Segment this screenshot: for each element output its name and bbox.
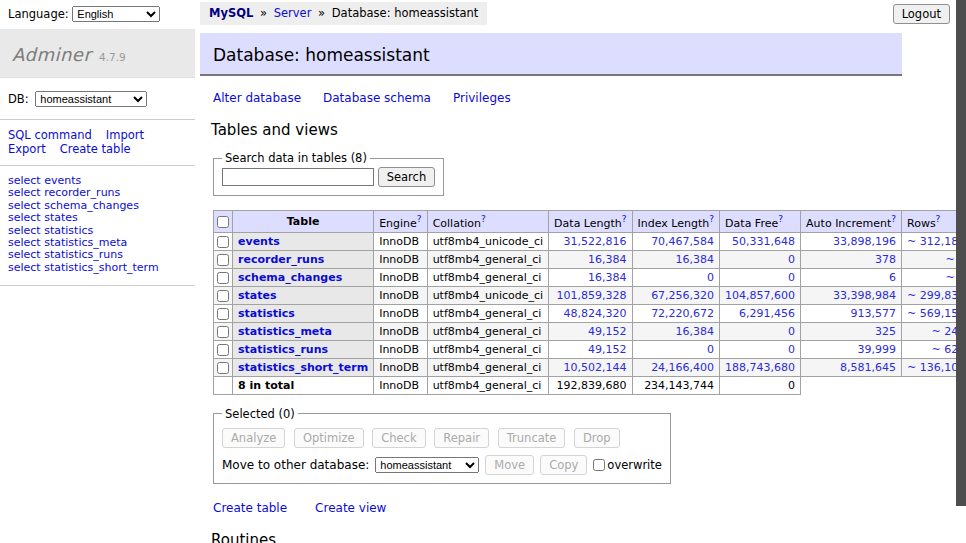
- breadcrumb: MySQL » Server » Database: homeassistant: [200, 2, 487, 25]
- index-length-link[interactable]: 16,384: [676, 253, 715, 266]
- row-checkbox-states[interactable]: [217, 290, 229, 302]
- help-link-data-length[interactable]: ?: [622, 214, 627, 224]
- analyze-button[interactable]: Analyze: [222, 428, 285, 448]
- auto-increment-link[interactable]: 33,398,984: [833, 289, 896, 302]
- help-link-data-free[interactable]: ?: [778, 214, 783, 224]
- column-header-engine: Engine?: [374, 211, 427, 233]
- engine-cell: InnoDB: [374, 304, 427, 322]
- data-free-link[interactable]: 6,291,456: [739, 307, 795, 320]
- auto-increment-link[interactable]: 325: [875, 325, 896, 338]
- database-schema-link[interactable]: Database schema: [323, 91, 431, 105]
- overwrite-checkbox[interactable]: [593, 459, 605, 471]
- logout-button[interactable]: Logout: [893, 4, 950, 24]
- select-all-checkbox[interactable]: [217, 216, 229, 228]
- export-link[interactable]: Export: [8, 142, 46, 156]
- database-links: Alter databaseDatabase schemaPrivileges: [213, 91, 902, 105]
- row-checkbox-statistics-short-term[interactable]: [217, 362, 229, 374]
- data-length-link[interactable]: 49,152: [588, 343, 627, 356]
- copy-button[interactable]: Copy: [540, 455, 587, 475]
- auto-increment-link[interactable]: 8,581,645: [840, 361, 896, 374]
- row-checkbox-statistics-meta[interactable]: [217, 326, 229, 338]
- table-row-statistics-meta: statistics_meta InnoDB utf8mb4_general_c…: [214, 322, 966, 340]
- create-links: Create tableCreate view: [213, 501, 902, 515]
- table-link-events[interactable]: events: [238, 235, 280, 248]
- auto-increment-link[interactable]: 39,999: [858, 343, 897, 356]
- table-link-statistics-runs[interactable]: statistics_runs: [238, 343, 328, 356]
- sidebar-item-select-states[interactable]: select states: [8, 212, 187, 224]
- privileges-link[interactable]: Privileges: [453, 91, 511, 105]
- data-free-link[interactable]: 50,331,648: [732, 235, 795, 248]
- data-free-link[interactable]: 104,857,600: [725, 289, 795, 302]
- row-checkbox-statistics-runs[interactable]: [217, 344, 229, 356]
- auto-increment-link[interactable]: 378: [875, 253, 896, 266]
- auto-increment-link[interactable]: 913,577: [851, 307, 897, 320]
- search-input[interactable]: [222, 168, 374, 186]
- table-link-recorder-runs[interactable]: recorder_runs: [238, 253, 324, 266]
- table-link-statistics-meta[interactable]: statistics_meta: [238, 325, 332, 338]
- row-checkbox-schema-changes[interactable]: [217, 272, 229, 284]
- sql-command-link[interactable]: SQL command: [8, 128, 92, 142]
- help-link-rows[interactable]: ?: [936, 214, 941, 224]
- index-length-link[interactable]: 70,467,584: [651, 235, 714, 248]
- search-button[interactable]: Search: [378, 167, 436, 187]
- row-checkbox-events[interactable]: [217, 236, 229, 248]
- check-button[interactable]: Check: [372, 428, 425, 448]
- sidebar: Language: English Adminer 4.7.9 DB: home…: [0, 0, 195, 286]
- data-length-link[interactable]: 31,522,816: [564, 235, 627, 248]
- table-link-statistics[interactable]: statistics: [238, 307, 295, 320]
- table-link-schema-changes[interactable]: schema_changes: [238, 271, 342, 284]
- help-link-collation[interactable]: ?: [481, 214, 486, 224]
- breadcrumb-server-link[interactable]: Server: [274, 6, 312, 20]
- help-link-auto-increment[interactable]: ?: [891, 214, 896, 224]
- move-button[interactable]: Move: [485, 455, 534, 475]
- app-header: Adminer 4.7.9: [0, 29, 195, 78]
- index-length-link[interactable]: 0: [707, 343, 714, 356]
- data-free-link[interactable]: 0: [788, 271, 795, 284]
- index-length-link[interactable]: 16,384: [676, 325, 715, 338]
- breadcrumb-mysql-link[interactable]: MySQL: [209, 6, 253, 20]
- auto-increment-link[interactable]: 33,898,196: [833, 235, 896, 248]
- data-length-link[interactable]: 16,384: [588, 271, 627, 284]
- total-engine: InnoDB: [374, 376, 427, 394]
- data-length-link[interactable]: 10,502,144: [564, 361, 627, 374]
- create-table-link[interactable]: Create table: [213, 501, 287, 515]
- data-length-link[interactable]: 101,859,328: [557, 289, 627, 302]
- language-select[interactable]: English: [72, 6, 160, 22]
- data-length-link[interactable]: 16,384: [588, 253, 627, 266]
- table-row-statistics-short-term: statistics_short_term InnoDB utf8mb4_gen…: [214, 358, 966, 376]
- create-table-link-sidebar[interactable]: Create table: [60, 142, 131, 156]
- truncate-button[interactable]: Truncate: [498, 428, 566, 448]
- table-link-states[interactable]: states: [238, 289, 277, 302]
- create-view-link[interactable]: Create view: [315, 501, 386, 515]
- data-free-link[interactable]: 188,743,680: [725, 361, 795, 374]
- vertical-scrollbar[interactable]: [956, 0, 966, 506]
- row-checkbox-statistics[interactable]: [217, 308, 229, 320]
- sidebar-item-select-statistics-short-term[interactable]: select statistics_short_term: [8, 262, 187, 274]
- data-free-link[interactable]: 0: [788, 343, 795, 356]
- total-data-free: 0: [720, 376, 801, 394]
- move-label: Move to other database:: [222, 458, 369, 472]
- table-link-statistics-short-term[interactable]: statistics_short_term: [238, 361, 368, 374]
- drop-button[interactable]: Drop: [574, 428, 620, 448]
- sidebar-item-select-statistics-runs[interactable]: select statistics_runs: [8, 249, 187, 261]
- index-length-link[interactable]: 0: [707, 271, 714, 284]
- row-checkbox-recorder-runs[interactable]: [217, 254, 229, 266]
- index-length-link[interactable]: 24,166,400: [651, 361, 714, 374]
- help-link-engine[interactable]: ?: [417, 214, 422, 224]
- repair-button[interactable]: Repair: [434, 428, 489, 448]
- data-length-link[interactable]: 49,152: [588, 325, 627, 338]
- optimize-button[interactable]: Optimize: [294, 428, 364, 448]
- alter-database-link[interactable]: Alter database: [213, 91, 301, 105]
- move-db-select[interactable]: homeassistant: [375, 457, 479, 473]
- index-length-link[interactable]: 72,220,672: [651, 307, 714, 320]
- db-select[interactable]: homeassistant: [35, 91, 147, 107]
- auto-increment-link[interactable]: 6: [889, 271, 896, 284]
- sidebar-item-select-recorder-runs[interactable]: select recorder_runs: [8, 187, 187, 199]
- overwrite-label: overwrite: [607, 458, 662, 472]
- help-link-index-length[interactable]: ?: [709, 214, 714, 224]
- import-link[interactable]: Import: [106, 128, 144, 142]
- data-length-link[interactable]: 48,824,320: [564, 307, 627, 320]
- index-length-link[interactable]: 67,256,320: [651, 289, 714, 302]
- data-free-link[interactable]: 0: [788, 325, 795, 338]
- data-free-link[interactable]: 0: [788, 253, 795, 266]
